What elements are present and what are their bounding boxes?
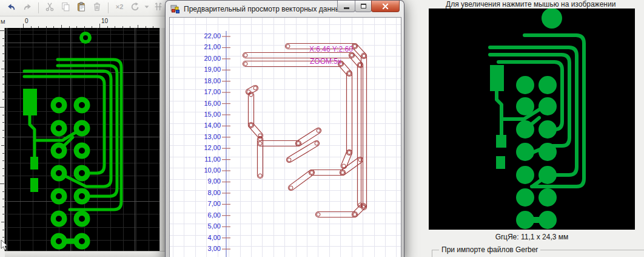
ruler-tick: [2, 46, 4, 46]
vertical-scrollbar[interactable]: [159, 28, 165, 251]
cut-icon: [45, 2, 55, 14]
paste-icon: [76, 2, 86, 14]
ruler-tick: [1, 145, 4, 146]
ruler-tick: [0, 183, 4, 184]
ruler-tick: [2, 77, 4, 77]
ruler-tick: [2, 84, 4, 84]
close-icon: [382, 3, 389, 10]
winforms-app-icon: [170, 4, 180, 14]
maximize-icon: [361, 4, 366, 9]
dialog-title: Предварительный просмотр векторных данны…: [184, 5, 344, 13]
undo-icon: [7, 2, 16, 14]
delete-button: [89, 1, 105, 15]
ruler-tick: [2, 99, 4, 100]
axis-tick-label: 6,00: [170, 211, 221, 219]
horizontal-scrollbar[interactable]: [5, 251, 165, 257]
ruler-tick: [2, 53, 4, 54]
measure-button: [150, 1, 166, 15]
undo-button[interactable]: [4, 1, 19, 15]
svg-text:×2: ×2: [116, 3, 124, 10]
copy-icon: [61, 2, 70, 14]
axis-tick-label: 11,00: [170, 156, 221, 163]
axis-tick-label: 7,00: [170, 200, 221, 207]
redo-icon: [22, 2, 32, 14]
ruler-tick: [2, 92, 4, 92]
ruler-unit-label: M: [1, 19, 5, 25]
delete-icon: [92, 2, 102, 14]
rotate-button: [127, 1, 143, 15]
dropdown-arrow-button: [143, 1, 150, 15]
zoom-hint-text: Для увеличения нажмите мышью на изображе…: [446, 0, 615, 9]
ruler-tick: [2, 207, 4, 207]
axis-tick-label: 10,00: [170, 166, 221, 174]
ruler-tick: [2, 176, 4, 176]
ruler-tick: [2, 137, 4, 138]
axis-tick-label: 5,00: [170, 222, 221, 230]
ruler-tick: [2, 38, 4, 39]
axis-tick-label: 15,00: [170, 111, 221, 118]
ruler-tick: [0, 107, 4, 108]
toolbar-separator: [38, 2, 39, 13]
cut-button: [42, 1, 58, 15]
ruler-tick: [2, 191, 4, 192]
maximize-button[interactable]: [355, 1, 372, 12]
axis-tick-label: 21,00: [170, 43, 221, 50]
pcb-artwork: [5, 28, 159, 251]
main-toolbar: ×2: [0, 0, 165, 16]
horizontal-ruler: M 010: [0, 17, 165, 29]
axis-tick-label: 9,00: [170, 177, 221, 185]
application-window: ×2 M 010 Для увеличения нажмите мышью на…: [0, 0, 644, 257]
close-button[interactable]: [371, 1, 400, 12]
ruler-tick: [2, 61, 4, 61]
ruler-tick: [2, 214, 4, 214]
board-preview-artwork: [429, 9, 635, 230]
ruler-tick: [2, 160, 4, 161]
cursor-position-readout: X:6.46 Y:2.60: [309, 45, 353, 53]
window-buttons: [338, 1, 400, 12]
rotate-icon: [130, 2, 140, 14]
ruler-mark-label: 10: [101, 18, 108, 24]
minimize-button[interactable]: [337, 1, 355, 12]
axis-tick-label: 22,00: [170, 32, 221, 39]
axis-tick-label: 12,00: [170, 144, 221, 151]
zoom-level-readout: ZOOM:5x: [310, 57, 341, 66]
minimize-icon: [344, 7, 349, 9]
paste-button[interactable]: [73, 1, 89, 15]
redo-button: [19, 1, 35, 15]
pcb-canvas[interactable]: [5, 28, 159, 251]
ruler-tick: [2, 115, 4, 115]
axis-tick-label: 4,00: [170, 234, 221, 241]
axis-tick-label: 14,00: [170, 122, 221, 129]
ruler-tick: [2, 237, 4, 238]
pcb-editor-panel: ×2 M 010: [0, 0, 165, 257]
measure-icon: [153, 2, 163, 14]
ruler-tick: [2, 199, 4, 199]
ruler-tick: [1, 69, 4, 69]
axis-tick-label: 13,00: [170, 133, 221, 140]
vector-preview-canvas[interactable]: 22,0021,0020,0019,0018,0017,0016,0015,00…: [169, 17, 401, 257]
axis-tick-label: 18,00: [170, 77, 221, 84]
toolbar-separator: [108, 2, 109, 13]
x2-button: ×2: [112, 1, 127, 15]
ruler-tick: [1, 222, 4, 222]
ruler-tick: [2, 230, 4, 230]
board-preview-image[interactable]: [429, 9, 635, 230]
ruler-tick: [99, 24, 100, 28]
ruler-tick: [23, 24, 24, 28]
mouse-cursor-icon: [1, 240, 8, 251]
axis-tick-label: 20,00: [170, 55, 221, 62]
ruler-tick: [2, 130, 4, 131]
ruler-tick: [2, 168, 4, 169]
axis-tick-label: 19,00: [170, 66, 221, 73]
vector-preview-dialog: Предварительный просмотр векторных данны…: [165, 0, 404, 257]
gerber-preview-panel: Для увеличения нажмите мышью на изображе…: [424, 0, 644, 257]
groupbox-border-left: [432, 250, 432, 257]
copy-button: [58, 1, 73, 15]
groupbox-label: При импорте файлов Gerber: [439, 245, 540, 254]
axis-tick-label: 8,00: [170, 189, 221, 196]
axis-tick-label: 17,00: [170, 88, 221, 95]
x2-icon: ×2: [115, 2, 124, 14]
ruler-tick: [2, 153, 4, 154]
axis-tick-label: 16,00: [170, 100, 221, 107]
board-size-caption: GrцЯe: 11,1 x 24,3 мм: [429, 233, 635, 241]
